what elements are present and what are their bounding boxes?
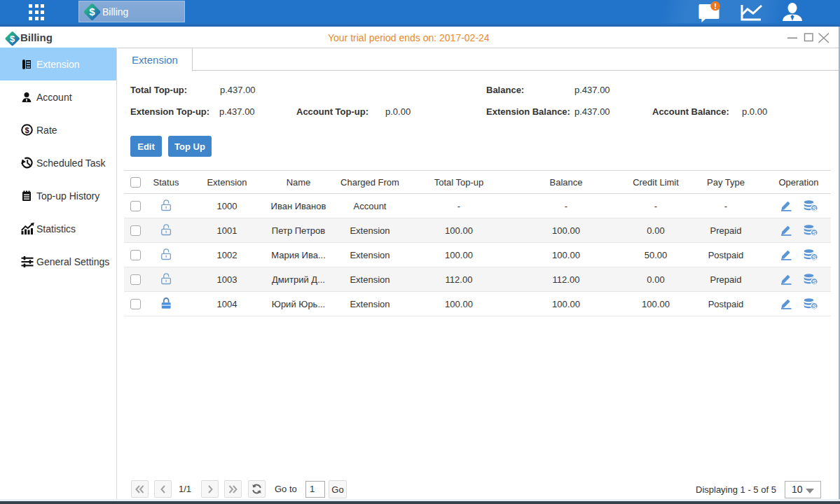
svg-text:$: $ <box>10 34 15 44</box>
svg-text:!: ! <box>714 2 717 10</box>
svg-text:$: $ <box>25 126 29 134</box>
svg-text:$: $ <box>89 6 95 18</box>
